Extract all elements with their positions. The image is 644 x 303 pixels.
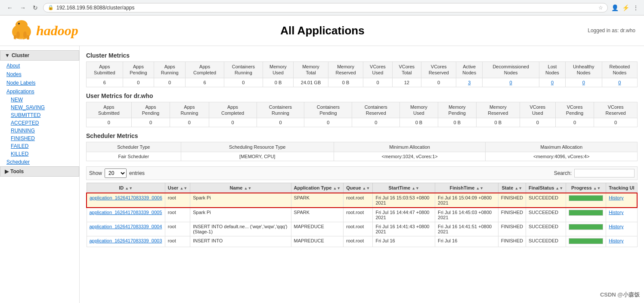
app-id-link[interactable]: application_1626417083339_0005 — [90, 210, 162, 215]
cell-user: root — [165, 236, 190, 247]
cell-progress — [566, 236, 606, 247]
cell-finalstatus: SUCCEEDED — [526, 236, 566, 247]
col-apps-completed: AppsCompleted — [186, 62, 224, 78]
tracking-link[interactable]: History — [609, 210, 623, 215]
sidebar-item-failed[interactable]: FAILED — [0, 142, 79, 150]
search-input[interactable] — [574, 169, 635, 178]
bookmark-icon[interactable]: ☆ — [598, 5, 603, 11]
cell-tracking[interactable]: History — [606, 208, 637, 222]
cell-user: root — [165, 208, 190, 222]
cell-name: INSERT INTO — [190, 236, 291, 247]
sidebar-item-applications[interactable]: Applications — [0, 87, 79, 96]
col-vcores-used: VCoresUsed — [363, 62, 392, 78]
sidebar-item-submitted[interactable]: SUBMITTED — [0, 111, 79, 119]
table-row: application_1626417083339_0006rootSpark … — [87, 193, 637, 208]
cell-queue: root.root — [344, 222, 373, 236]
col-apps-submitted: AppsSubmitted — [87, 62, 123, 78]
sidebar-cluster-header[interactable]: ▼ Cluster — [0, 50, 79, 61]
ucol-vcores-pending: VCoresPending — [555, 102, 594, 118]
cell-type: MAPREDUCE — [291, 236, 344, 247]
col-memory-total: MemoryTotal — [294, 62, 328, 78]
sidebar-item-node-labels[interactable]: Node Labels — [0, 79, 79, 87]
app-id-link[interactable]: application_1626417083339_0003 — [90, 238, 162, 243]
tracking-link[interactable]: History — [609, 224, 623, 229]
progress-bar-fill — [569, 196, 603, 201]
user-metrics-table: AppsSubmitted AppsPending AppsRunning Ap… — [86, 102, 638, 128]
entries-select[interactable]: 10 20 25 50 100 — [105, 168, 127, 178]
sval-min-allocation: <memory:1024, vCores:1> — [334, 152, 486, 161]
scol-max-allocation: Maximum Allocation — [486, 142, 638, 152]
ucol-apps-running: AppsRunning — [170, 102, 209, 118]
cell-tracking[interactable]: History — [606, 236, 637, 247]
show-entries: Show 10 20 25 50 100 entries — [89, 168, 145, 178]
tracking-link[interactable]: History — [609, 238, 623, 243]
page-header: hadoop hadoop All Applications Logged in… — [0, 15, 644, 46]
th-finalstatus[interactable]: FinalStatus ▲▼ — [526, 183, 566, 193]
val-decommissioned-nodes[interactable]: 0 — [483, 78, 539, 87]
app-id-link[interactable]: application_1626417083339_0004 — [90, 224, 162, 229]
lost-link[interactable]: 0 — [551, 80, 554, 85]
scheduler-metrics-row: Fair Scheduler [MEMORY, CPU] <memory:102… — [87, 152, 638, 161]
sidebar-item-killed[interactable]: KILLED — [0, 150, 79, 158]
cell-id[interactable]: application_1626417083339_0004 — [87, 222, 165, 236]
cell-id[interactable]: application_1626417083339_0005 — [87, 208, 165, 222]
cell-progress — [566, 208, 606, 222]
cell-state: FINISHED — [498, 208, 526, 222]
th-state[interactable]: State ▲▼ — [498, 183, 526, 193]
extensions-icon[interactable]: ⚡ — [622, 4, 629, 11]
th-tracking: Tracking UI — [606, 183, 637, 193]
app-id-link[interactable]: application_1626417083339_0006 — [90, 195, 162, 200]
cell-queue: root.root — [344, 208, 373, 222]
sidebar-tools-header[interactable]: ▶ Tools — [0, 166, 79, 177]
unhealthy-link[interactable]: 0 — [582, 80, 585, 85]
cell-finishtime: Fri Jul 16 14:41:51 +0800 2021 — [435, 222, 498, 236]
cluster-metrics-table: AppsSubmitted AppsPending AppsRunning Ap… — [86, 61, 638, 87]
active-nodes-link[interactable]: 3 — [468, 80, 471, 85]
address-bar[interactable]: 🔒 192.168.199.56:8088/cluster/apps ☆ — [43, 3, 608, 12]
val-memory-total: 24.01 GB — [294, 78, 328, 87]
hadoop-logo: hadoop hadoop — [9, 20, 78, 41]
cell-tracking[interactable]: History — [606, 222, 637, 236]
th-id[interactable]: ID ▲▼ — [87, 183, 165, 193]
start-sort-icon: ▲▼ — [412, 186, 419, 190]
sidebar-item-new-saving[interactable]: NEW_SAVING — [0, 104, 79, 111]
cell-tracking[interactable]: History — [606, 193, 637, 208]
val-unhealthy-nodes[interactable]: 0 — [565, 78, 602, 87]
search-box: Search: — [554, 169, 635, 178]
th-starttime[interactable]: StartTime ▲▼ — [373, 183, 435, 193]
state-sort-icon: ▲▼ — [514, 186, 522, 190]
th-name[interactable]: Name ▲▼ — [190, 183, 291, 193]
th-user[interactable]: User ▲▼ — [165, 183, 190, 193]
rebooted-link[interactable]: 0 — [618, 80, 621, 85]
sidebar-item-new[interactable]: NEW — [0, 96, 79, 104]
val-lost-nodes[interactable]: 0 — [539, 78, 566, 87]
th-queue[interactable]: Queue ▲▼ — [344, 183, 373, 193]
val-rebooted-nodes[interactable]: 0 — [602, 78, 637, 87]
col-lost-nodes: LostNodes — [539, 62, 566, 78]
decommissioned-link[interactable]: 0 — [510, 80, 512, 85]
th-type[interactable]: Application Type ▲▼ — [291, 183, 344, 193]
profile-icon[interactable]: 👤 — [611, 4, 619, 11]
uval-containers-pending: 0 — [304, 118, 352, 127]
tracking-link[interactable]: History — [609, 195, 623, 200]
menu-icon[interactable]: ⋮ — [633, 4, 639, 11]
reload-button[interactable]: ↻ — [31, 3, 40, 12]
th-finishtime[interactable]: FinishTime ▲▼ — [435, 183, 498, 193]
sidebar-item-running[interactable]: RUNNING — [0, 127, 79, 135]
sidebar-item-finished[interactable]: FINISHED — [0, 135, 79, 142]
cell-type: SPARK — [291, 193, 344, 208]
forward-button[interactable]: → — [18, 3, 28, 12]
th-progress[interactable]: Progress ▲▼ — [566, 183, 606, 193]
uval-vcores-used: 0 — [520, 118, 555, 127]
sidebar-item-about[interactable]: About — [0, 61, 79, 70]
sidebar-item-nodes[interactable]: Nodes — [0, 70, 79, 79]
cell-id[interactable]: application_1626417083339_0006 — [87, 193, 165, 208]
scol-min-allocation: Minimum Allocation — [334, 142, 486, 152]
val-active-nodes[interactable]: 3 — [456, 78, 483, 87]
user-metrics-title: User Metrics for dr.who — [86, 92, 638, 99]
back-button[interactable]: ← — [5, 3, 15, 12]
sidebar-item-scheduler[interactable]: Scheduler — [0, 158, 79, 166]
col-vcores-reserved: VCoresReserved — [421, 62, 456, 78]
sidebar-item-accepted[interactable]: ACCEPTED — [0, 119, 79, 127]
cell-id[interactable]: application_1626417083339_0003 — [87, 236, 165, 247]
